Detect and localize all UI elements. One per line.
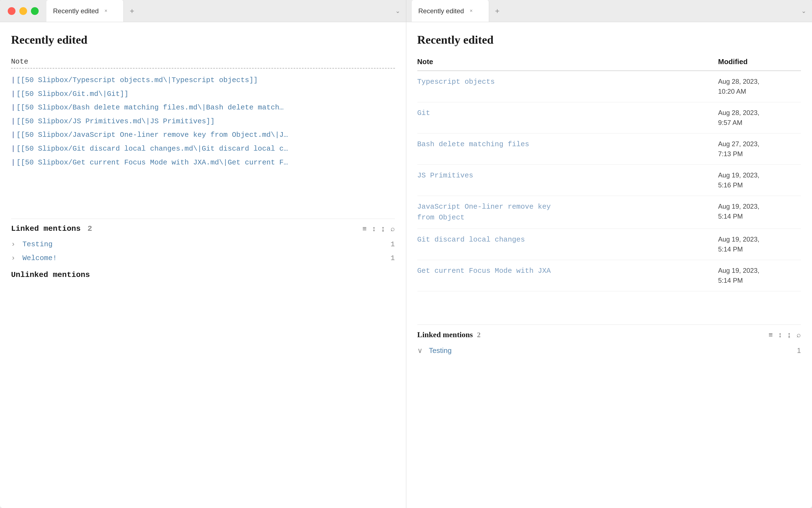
right-mentions-tools: ≡ ↕ ↨ ⌕ — [769, 331, 801, 339]
right-spacer — [417, 291, 801, 319]
table-row-modified-5: Aug 19, 2023,5:14 PM — [718, 202, 801, 221]
mention-arrow-testing: › — [11, 240, 15, 249]
table-row[interactable]: Git Aug 28, 2023,9:57 AM — [417, 102, 801, 133]
left-mentions-header: Linked mentions 2 ≡ ↕ ↨ ⌕ — [11, 224, 395, 233]
table-row-note-5[interactable]: JavaScript One-liner remove keyfrom Obje… — [417, 202, 718, 223]
table-row[interactable]: Get current Focus Mode with JXA Aug 19, … — [417, 260, 801, 291]
left-pane-content: Recently edited Note [[50 Slipbox/Typesc… — [0, 22, 406, 508]
right-mention-arrow-testing: ∨ — [417, 346, 423, 354]
mention-item-testing[interactable]: › Testing 1 — [11, 238, 395, 251]
editor-link-6[interactable]: [[50 Slipbox/Git discard local changes.m… — [11, 142, 395, 155]
editor-link-7[interactable]: [[50 Slipbox/Get current Focus Mode with… — [11, 157, 395, 169]
editor-link-1[interactable]: [[50 Slipbox/Typescript objects.md\|Type… — [11, 74, 395, 87]
traffic-lights — [0, 0, 46, 22]
right-mentions-header: Linked mentions 2 ≡ ↕ ↨ ⌕ — [417, 330, 801, 339]
left-tab-label: Recently edited — [53, 7, 99, 15]
app-window: Recently edited × + ⌄ Recently edited No… — [0, 0, 812, 508]
left-mentions-search-icon[interactable]: ⌕ — [390, 224, 395, 233]
table-row-note-6[interactable]: Git discard local changes — [417, 235, 718, 245]
editor-links: [[50 Slipbox/Typescript objects.md\|Type… — [11, 74, 395, 169]
left-mentions-sort-alt-icon[interactable]: ↨ — [381, 224, 385, 233]
right-mentions-sort-alt-icon[interactable]: ↨ — [787, 331, 791, 339]
left-mentions-tools: ≡ ↕ ↨ ⌕ — [362, 224, 395, 233]
left-mentions-section: Linked mentions 2 ≡ ↕ ↨ ⌕ › — [11, 219, 395, 265]
right-mentions-section: Linked mentions 2 ≡ ↕ ↨ ⌕ ∨ — [417, 325, 801, 357]
editor-section: Note [[50 Slipbox/Typescript objects.md\… — [11, 57, 395, 169]
table-row-modified-3: Aug 27, 2023,7:13 PM — [718, 139, 801, 159]
right-mentions-list-icon[interactable]: ≡ — [769, 331, 773, 339]
mention-label-testing: Testing — [22, 240, 52, 249]
mention-item-welcome[interactable]: › Welcome! 1 — [11, 251, 395, 265]
unlinked-title: Unlinked mentions — [11, 265, 395, 285]
right-mentions-title: Linked mentions 2 — [417, 330, 481, 339]
left-tab-dropdown[interactable]: ⌄ — [389, 0, 406, 22]
left-tab-bar: Recently edited × + ⌄ — [0, 0, 406, 22]
panes-container: Recently edited × + ⌄ Recently edited No… — [0, 0, 812, 508]
right-tab-active[interactable]: Recently edited × — [412, 0, 489, 22]
table-row-modified-6: Aug 19, 2023,5:14 PM — [718, 235, 801, 254]
right-mention-item-testing[interactable]: ∨ Testing 1 — [417, 344, 801, 357]
table-row-modified-2: Aug 28, 2023,9:57 AM — [718, 108, 801, 128]
right-pane-content: Recently edited Note Modified Typescript… — [406, 22, 812, 508]
table-header-note: Note — [417, 57, 718, 66]
maximize-button[interactable] — [31, 7, 39, 15]
right-mentions-search-icon[interactable]: ⌕ — [797, 331, 801, 339]
table-row-modified-7: Aug 19, 2023,5:14 PM — [718, 266, 801, 286]
table-row-note-2[interactable]: Git — [417, 108, 718, 119]
table-row-modified-4: Aug 19, 2023,5:16 PM — [718, 170, 801, 190]
left-mentions-list-icon[interactable]: ≡ — [362, 224, 367, 233]
table-header-modified: Modified — [718, 57, 801, 66]
right-mentions-sort-icon[interactable]: ↕ — [778, 331, 782, 339]
mention-arrow-welcome: › — [11, 254, 15, 262]
right-pane: Recently edited × + ⌄ Recently edited No… — [406, 0, 812, 508]
editor-label: Note — [11, 57, 395, 66]
table-row-modified-1: Aug 28, 2023,10:20 AM — [718, 77, 801, 96]
left-tab-active[interactable]: Recently edited × — [46, 0, 124, 22]
editor-link-3[interactable]: [[50 Slipbox/Bash delete matching files.… — [11, 101, 395, 114]
editor-link-5[interactable]: [[50 Slipbox/JavaScript One-liner remove… — [11, 129, 395, 141]
mention-label-welcome: Welcome! — [22, 254, 57, 262]
table-row-note-3[interactable]: Bash delete matching files — [417, 139, 718, 150]
editor-spacer — [11, 180, 395, 213]
mention-count-welcome: 1 — [390, 254, 395, 262]
table-header-row: Note Modified — [417, 57, 801, 71]
left-pane: Recently edited × + ⌄ Recently edited No… — [0, 0, 406, 508]
editor-link-2[interactable]: [[50 Slipbox/Git.md\|Git]] — [11, 88, 395, 100]
left-mentions-count: 2 — [88, 224, 92, 233]
left-mentions-sort-icon[interactable]: ↕ — [372, 224, 376, 233]
table-row[interactable]: Git discard local changes Aug 19, 2023,5… — [417, 229, 801, 260]
table-row[interactable]: Bash delete matching files Aug 27, 2023,… — [417, 133, 801, 165]
table-row-note-4[interactable]: JS Primitives — [417, 170, 718, 181]
table-row-note-1[interactable]: Typescript objects — [417, 77, 718, 87]
right-pane-title: Recently edited — [417, 33, 801, 46]
editor-link-4[interactable]: [[50 Slipbox/JS Primitives.md\|JS Primit… — [11, 115, 395, 128]
unlinked-mentions: Unlinked mentions — [11, 265, 395, 285]
right-tab-label: Recently edited — [419, 7, 464, 15]
left-tab-add[interactable]: + — [124, 0, 140, 22]
left-pane-title: Recently edited — [11, 33, 395, 46]
right-mentions-count: 2 — [477, 331, 481, 339]
right-tab-dropdown[interactable]: ⌄ — [796, 0, 812, 22]
table-row[interactable]: JS Primitives Aug 19, 2023,5:16 PM — [417, 165, 801, 196]
right-tab-bar: Recently edited × + ⌄ — [406, 0, 812, 22]
right-mention-label-testing: Testing — [429, 346, 451, 354]
left-mentions-title: Linked mentions 2 — [11, 224, 92, 233]
editor-divider — [11, 68, 395, 69]
table-row[interactable]: JavaScript One-liner remove keyfrom Obje… — [417, 196, 801, 229]
minimize-button[interactable] — [19, 7, 27, 15]
right-mention-count-testing: 1 — [797, 346, 801, 355]
mention-count-testing: 1 — [390, 240, 395, 249]
left-tab-close[interactable]: × — [102, 8, 109, 14]
close-button[interactable] — [8, 7, 15, 15]
table-row-note-7[interactable]: Get current Focus Mode with JXA — [417, 266, 718, 277]
table-row[interactable]: Typescript objects Aug 28, 2023,10:20 AM — [417, 71, 801, 102]
notes-table: Note Modified Typescript objects Aug 28,… — [417, 57, 801, 291]
right-tab-close[interactable]: × — [468, 8, 475, 14]
right-tab-add[interactable]: + — [489, 0, 506, 22]
